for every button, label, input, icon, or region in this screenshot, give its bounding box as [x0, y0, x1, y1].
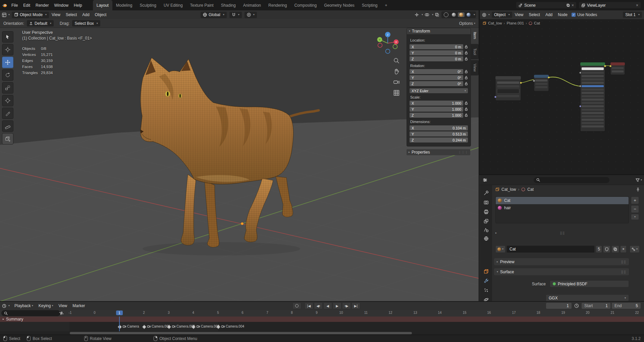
- node-menu-view[interactable]: View: [512, 10, 526, 19]
- menu-file[interactable]: File: [9, 0, 20, 10]
- transform-panel-header[interactable]: ▾Transform: [407, 28, 471, 34]
- viewport-menu-select[interactable]: Select: [63, 10, 79, 19]
- breadcrumb-object[interactable]: Cat_low: [501, 187, 516, 192]
- menu-render[interactable]: Render: [33, 0, 51, 10]
- workspace-tab-sculpting[interactable]: Sculpting: [136, 0, 160, 10]
- tool-add-cube[interactable]: [2, 133, 13, 145]
- gizmo-y-negative[interactable]: [393, 45, 397, 49]
- sidebar-tab-view[interactable]: View: [471, 60, 479, 75]
- timeline-menu-playback[interactable]: Playback▾: [12, 302, 36, 310]
- location-z-field[interactable]: Z0 m: [410, 56, 468, 61]
- distribution-dropdown[interactable]: GGX▾: [546, 294, 629, 301]
- viewport-menu-object[interactable]: Object: [92, 10, 109, 19]
- shading-solid-icon[interactable]: [450, 12, 457, 17]
- dimensions-x-field[interactable]: X0.104 m: [410, 125, 468, 130]
- add-workspace-button[interactable]: +: [381, 0, 391, 10]
- location-y-field[interactable]: Y0 m: [410, 50, 468, 55]
- marker-diamond[interactable]: [142, 325, 147, 329]
- viewport-menu-view[interactable]: View: [49, 10, 63, 19]
- tool-rotate[interactable]: [2, 69, 13, 81]
- shading-wireframe-icon[interactable]: [442, 12, 450, 17]
- fake-user-shield-button[interactable]: [603, 245, 610, 253]
- scene-selector[interactable]: Scene ×: [516, 2, 576, 8]
- play-reverse-button[interactable]: ◀: [323, 302, 332, 309]
- workspace-tab-modeling[interactable]: Modeling: [112, 0, 136, 10]
- tab-render[interactable]: [480, 198, 492, 207]
- auto-keying-button[interactable]: [292, 302, 301, 309]
- surface-panel-header[interactable]: ▾Surface⣿⣿: [494, 268, 629, 275]
- frame-end-field[interactable]: End5: [612, 303, 641, 309]
- material-slot-hair[interactable]: hair: [496, 204, 629, 212]
- workspace-tab-animation[interactable]: Animation: [239, 0, 265, 10]
- shading-type-dropdown[interactable]: Object▾: [492, 12, 512, 18]
- marker-label[interactable]: Camera.001: [147, 325, 170, 328]
- slot-selector[interactable]: Slot 1▾: [623, 12, 642, 18]
- timeline-scrollbar[interactable]: [0, 331, 644, 335]
- frame-start-field[interactable]: Start1: [582, 303, 610, 309]
- node-graph[interactable]: [480, 19, 644, 174]
- material-specials-menu[interactable]: ▾: [631, 214, 639, 220]
- marker-label[interactable]: Camera.002: [172, 325, 195, 328]
- rotation-mode-dropdown[interactable]: XYZ Euler▾: [410, 88, 468, 93]
- workspace-tab-scripting[interactable]: Scripting: [358, 0, 381, 10]
- proportional-editing-controls[interactable]: ▾: [245, 12, 257, 18]
- menu-window[interactable]: Window: [51, 0, 71, 10]
- next-keyframe-button[interactable]: •▶: [342, 302, 351, 309]
- workspace-tab-geometry-nodes[interactable]: Geometry Nodes: [320, 0, 358, 10]
- tool-measure[interactable]: [2, 120, 13, 132]
- tool-move[interactable]: [2, 57, 13, 68]
- tab-scene[interactable]: [480, 225, 492, 234]
- add-material-slot-button[interactable]: +: [631, 196, 639, 204]
- node-image-texture[interactable]: [494, 76, 522, 101]
- drag-dropdown[interactable]: Select Box▾: [72, 20, 100, 26]
- timeline-menu-keying[interactable]: Keying▾: [36, 302, 56, 310]
- lock-icon[interactable]: [465, 101, 468, 105]
- node-menu-add[interactable]: Add: [543, 10, 555, 19]
- lock-icon[interactable]: [465, 107, 468, 111]
- tab-modifiers[interactable]: [480, 276, 492, 285]
- scale-x-field[interactable]: X1.000: [410, 101, 468, 106]
- tab-object[interactable]: [480, 267, 492, 276]
- visibility-toggles[interactable]: ▾ ▾: [415, 13, 439, 17]
- workspace-tab-compositing[interactable]: Compositing: [290, 0, 320, 10]
- object-origin-dot[interactable]: [241, 223, 244, 225]
- node-mapping[interactable]: [533, 75, 549, 91]
- sidebar-tab-tool[interactable]: Tool: [471, 44, 479, 59]
- lock-icon[interactable]: [465, 45, 468, 49]
- mode-selector[interactable]: Object Mode▾: [12, 12, 49, 18]
- material-users-button[interactable]: 5: [596, 245, 602, 253]
- surface-shader-value[interactable]: Principled BSDF: [550, 280, 629, 287]
- summary-channel[interactable]: ▸ Summary: [0, 317, 644, 322]
- editor-type-selector[interactable]: ▾: [0, 13, 12, 17]
- use-nodes-checkbox[interactable]: ✓ Use Nodes: [570, 12, 598, 17]
- workspace-tab-texture-paint[interactable]: Texture Paint: [186, 0, 217, 10]
- editor-type-selector[interactable]: ▾: [480, 13, 492, 17]
- material-slot-list[interactable]: Cat hair: [495, 196, 629, 223]
- timeline-menu-view[interactable]: View: [56, 302, 70, 310]
- navigation-gizmo[interactable]: Z Y X: [375, 30, 400, 55]
- new-scene-icon[interactable]: [567, 4, 570, 7]
- gizmo-x-negative[interactable]: [378, 43, 382, 48]
- workspace-tab-uv-editing[interactable]: UV Editing: [160, 0, 186, 10]
- play-button[interactable]: ▶: [333, 302, 341, 309]
- pan-hand-icon[interactable]: [393, 68, 400, 75]
- unlink-material-button[interactable]: ×: [620, 245, 627, 253]
- lock-icon[interactable]: [465, 51, 468, 55]
- shading-mode-switch[interactable]: ▾: [441, 11, 476, 18]
- marker-label[interactable]: Camera: [123, 325, 139, 328]
- rotation-y-field[interactable]: Y0°: [410, 75, 468, 80]
- marker-label[interactable]: Camera.004: [221, 325, 244, 328]
- timeline-channels[interactable]: ▸ Summary Camera Camera.001 Camera.002 C…: [0, 317, 644, 331]
- timeline-scrollbar-thumb[interactable]: [70, 332, 412, 334]
- toggle-grid-icon[interactable]: [393, 90, 400, 96]
- menu-help[interactable]: Help: [71, 0, 85, 10]
- location-x-field[interactable]: X0 m: [410, 44, 468, 49]
- material-name-field[interactable]: Cat: [506, 245, 595, 253]
- node-principled-bsdf[interactable]: [580, 62, 606, 131]
- workspace-tab-layout[interactable]: Layout: [93, 0, 112, 10]
- marker-label[interactable]: Camera.003: [197, 325, 219, 328]
- dimensions-z-field[interactable]: Z0.244 m: [410, 137, 468, 142]
- rotation-x-field[interactable]: X0°: [410, 69, 468, 74]
- orientation-dropdown[interactable]: Default▾: [27, 20, 54, 26]
- shading-rendered-icon[interactable]: [465, 12, 472, 17]
